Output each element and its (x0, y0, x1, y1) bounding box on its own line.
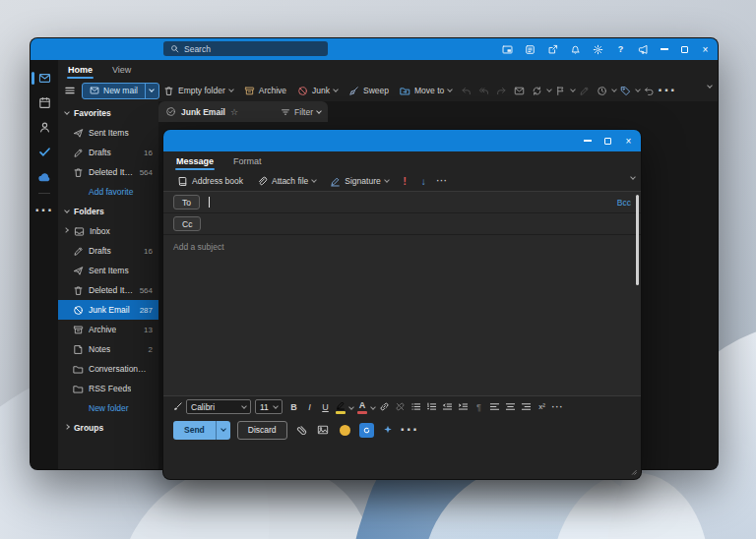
increase-indent-button[interactable] (456, 399, 471, 415)
high-importance-icon[interactable]: ! (398, 174, 412, 189)
snooze-button[interactable] (594, 83, 616, 99)
font-size-select[interactable]: 11 (255, 399, 283, 414)
folder-item-deleted-items[interactable]: Deleted Items 564 (58, 162, 158, 182)
low-importance-icon[interactable]: ↓ (416, 174, 431, 189)
rail-item-calendar[interactable] (31, 90, 58, 115)
insert-link-button[interactable] (377, 399, 392, 415)
attach-file-button[interactable]: Attach file (252, 173, 321, 190)
folder-item-rss-feeds[interactable]: RSS Feeds (58, 379, 158, 398)
forward-button[interactable] (493, 83, 510, 99)
add-favorite-link[interactable]: Add favorite (58, 182, 158, 202)
maximize-button[interactable] (674, 38, 695, 60)
chevron-right-icon[interactable] (63, 227, 69, 233)
folder-item-conversation-history[interactable]: Conversation His... (58, 359, 158, 379)
insert-image-icon[interactable] (316, 422, 331, 438)
settings-gear-icon[interactable] (593, 44, 603, 55)
tab-format[interactable]: Format (231, 151, 264, 171)
minimize-button[interactable] (654, 38, 674, 60)
maximize-button[interactable] (598, 130, 618, 151)
more-commands-button[interactable]: ··· (659, 83, 675, 99)
search-input[interactable]: Search (163, 41, 328, 56)
underline-button[interactable]: U (318, 399, 333, 415)
sync-button[interactable] (529, 83, 551, 99)
folder-item-inbox[interactable]: Inbox (58, 221, 158, 241)
subject-field[interactable]: Add a subject (163, 235, 641, 258)
folder-item-archive[interactable]: Archive 13 (58, 320, 158, 339)
font-color-button[interactable]: A (355, 399, 369, 415)
bulleted-list-button[interactable] (409, 399, 423, 415)
more-options-button[interactable]: ··· (435, 174, 450, 189)
new-folder-link[interactable]: New folder (58, 398, 158, 418)
align-left-button[interactable] (487, 399, 502, 415)
categorize-button[interactable] (617, 83, 640, 99)
decrease-indent-button[interactable] (440, 399, 455, 415)
format-painter-icon[interactable] (170, 399, 185, 415)
folder-item-junk-email[interactable]: Junk Email 287 (58, 300, 158, 320)
rail-item-cloud-app[interactable] (31, 164, 58, 189)
editor-sparkle-icon[interactable] (381, 422, 396, 438)
paragraph-marks-button[interactable]: ¶ (472, 399, 486, 415)
main-titlebar[interactable]: Search ? × (31, 38, 718, 60)
close-button[interactable]: × (695, 38, 716, 60)
signature-button[interactable]: Signature (325, 173, 393, 190)
chevron-down-icon[interactable] (348, 404, 354, 410)
reply-all-button[interactable] (475, 83, 492, 99)
address-book-button[interactable]: Address book (172, 173, 248, 190)
minimize-button[interactable] (577, 130, 598, 151)
attach-file-icon[interactable] (294, 422, 309, 438)
select-all-icon[interactable] (165, 106, 176, 117)
numbered-list-button[interactable] (424, 399, 439, 415)
font-family-select[interactable]: Calibri (186, 399, 251, 414)
new-mail-dropdown[interactable] (145, 84, 158, 98)
share-icon[interactable] (547, 44, 558, 55)
to-field[interactable]: To Bcc (163, 192, 641, 213)
folder-item-drafts[interactable]: Drafts 16 (58, 143, 158, 162)
compose-titlebar[interactable]: × (163, 130, 641, 151)
loop-component-icon[interactable] (359, 423, 374, 438)
more-format-button[interactable]: ··· (550, 399, 565, 415)
align-center-button[interactable] (503, 399, 518, 415)
cc-field[interactable]: Cc (163, 213, 641, 235)
folder-item-deleted-items[interactable]: Deleted Items 564 (58, 280, 158, 300)
empty-folder-button[interactable]: Empty folder (158, 82, 238, 99)
reply-button[interactable] (458, 83, 474, 99)
notifications-bell-icon[interactable] (570, 44, 581, 55)
tab-message[interactable]: Message (174, 151, 216, 171)
move-to-button[interactable]: Move to (395, 82, 457, 99)
bcc-link[interactable]: Bcc (617, 198, 631, 208)
highlight-color-button[interactable] (334, 399, 347, 415)
cc-button[interactable]: Cc (173, 216, 201, 231)
ribbon-collapse-chevron[interactable] (707, 83, 713, 89)
junk-button[interactable]: Junk (292, 82, 343, 99)
folder-section-favorites[interactable]: Favorites (58, 103, 158, 123)
help-icon[interactable]: ? (615, 44, 626, 55)
folder-item-drafts[interactable]: Drafts 16 (58, 241, 158, 261)
filter-button[interactable]: Filter (281, 107, 321, 117)
discard-button[interactable]: Discard (237, 421, 287, 440)
align-right-button[interactable] (519, 399, 534, 415)
resize-grip[interactable] (629, 467, 638, 476)
rail-item-mail[interactable] (31, 66, 58, 90)
sweep-button[interactable]: Sweep (344, 82, 394, 99)
mark-read-button[interactable] (511, 83, 528, 99)
folder-item-sent-items[interactable]: Sent Items (58, 123, 158, 143)
new-mail-button[interactable]: New mail (82, 83, 159, 99)
hamburger-menu-icon[interactable] (64, 85, 76, 96)
rail-item-todo[interactable] (31, 140, 58, 164)
emoji-icon[interactable] (338, 422, 352, 438)
to-button[interactable]: To (173, 195, 200, 210)
folder-section-folders[interactable]: Folders (58, 202, 158, 221)
pip-icon[interactable] (502, 44, 513, 55)
my-day-icon[interactable] (525, 44, 536, 55)
bold-button[interactable]: B (286, 399, 301, 415)
send-options-dropdown[interactable] (216, 421, 230, 440)
favorite-star-icon[interactable]: ☆ (230, 107, 238, 117)
flag-button[interactable] (552, 83, 575, 99)
italic-button[interactable]: I (302, 399, 317, 415)
tab-view[interactable]: View (110, 60, 133, 80)
remove-link-button[interactable] (393, 399, 408, 415)
send-button[interactable]: Send (173, 421, 230, 440)
tab-home[interactable]: Home (66, 60, 94, 80)
feedback-icon[interactable] (638, 44, 649, 55)
rail-item-more-apps[interactable]: ··· (31, 198, 58, 222)
